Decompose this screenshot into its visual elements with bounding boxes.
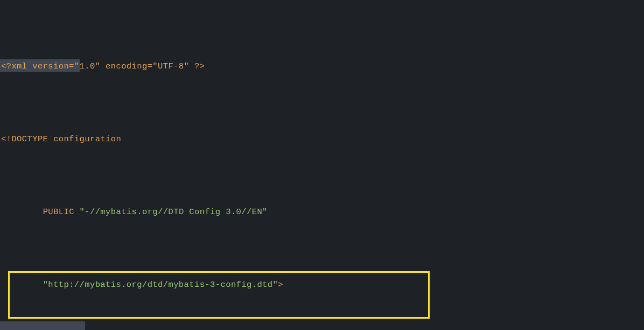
tag-match-highlight xyxy=(0,321,85,330)
code-editor[interactable]: <?xml version="1.0" encoding="UTF-8" ?> … xyxy=(0,0,644,330)
doctype-close: > xyxy=(278,280,283,290)
public-keyword: PUBLIC xyxy=(43,207,80,217)
code-line[interactable]: "http://mybatis.org/dtd/mybatis-3-config… xyxy=(0,278,644,292)
code-line[interactable]: PUBLIC "-//mybatis.org//DTD Config 3.0//… xyxy=(0,205,644,219)
xml-decl: <?xml version="1.0" encoding="UTF-8" ?> xyxy=(1,61,205,71)
code-line[interactable]: <?xml version="1.0" encoding="UTF-8" ?> xyxy=(0,59,644,74)
doctype-system-id: "http://mybatis.org/dtd/mybatis-3-config… xyxy=(43,280,278,290)
code-line[interactable]: <!DOCTYPE configuration xyxy=(0,132,644,147)
doctype-public-id: "-//mybatis.org//DTD Config 3.0//EN" xyxy=(80,207,268,217)
doctype-open: <!DOCTYPE configuration xyxy=(1,134,121,144)
